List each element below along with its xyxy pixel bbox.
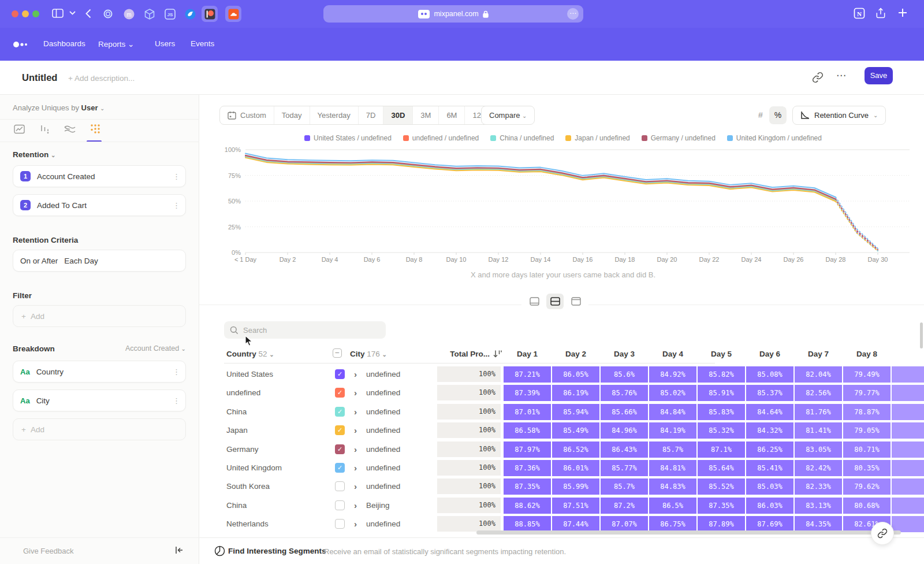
- nav-item-dashboards[interactable]: Dashboards: [43, 39, 85, 48]
- retention-value-cell[interactable]: 87.69%: [746, 516, 793, 532]
- share-icon[interactable]: [875, 7, 886, 20]
- horizontal-scrollbar[interactable]: [476, 530, 901, 535]
- retention-value-cell[interactable]: 82.42%: [795, 460, 842, 476]
- table-only-view-icon[interactable]: [567, 294, 584, 309]
- retention-value-cell[interactable]: 87.39%: [504, 385, 551, 401]
- criteria-on-or-after[interactable]: On or After: [20, 257, 58, 265]
- retention-value-cell[interactable]: 83.05%: [795, 441, 842, 458]
- retention-value-cell[interactable]: 87.2%: [601, 498, 648, 514]
- retention-value-cell[interactable]: 87.07%: [601, 516, 648, 532]
- soundcloud-icon[interactable]: [225, 6, 241, 22]
- maximize-window-button[interactable]: [32, 10, 39, 17]
- country-cell[interactable]: undefined: [226, 388, 260, 397]
- row-checkbox[interactable]: [335, 519, 345, 529]
- breakdown-event-selector[interactable]: Account Created ⌄: [0, 344, 186, 352]
- range-30d[interactable]: 30D: [383, 106, 413, 124]
- retention-value-cell[interactable]: 84.84%: [649, 404, 696, 420]
- expand-row-icon[interactable]: ›: [354, 388, 357, 398]
- close-window-button[interactable]: [12, 10, 18, 17]
- breakdown-options-icon[interactable]: ⋮: [173, 369, 178, 375]
- retention-value-cell[interactable]: 84.32%: [746, 422, 793, 439]
- retention-line-chart[interactable]: 100%75%50%25%0%< 1 DayDay 2Day 4Day 6Day…: [219, 144, 915, 266]
- city-cell[interactable]: undefined: [366, 520, 400, 528]
- expand-row-icon[interactable]: ›: [354, 369, 357, 379]
- city-column-header[interactable]: City 176 ⌄: [350, 350, 387, 358]
- compare-button[interactable]: Compare ⌄: [481, 106, 535, 125]
- row-checkbox[interactable]: ✓: [335, 444, 345, 454]
- mixpanel-logo-icon[interactable]: [13, 40, 29, 49]
- minimize-window-button[interactable]: [22, 10, 29, 17]
- retention-value-cell[interactable]: 82.04%: [795, 366, 842, 383]
- range-6m[interactable]: 6M: [439, 106, 465, 124]
- retention-value-cell[interactable]: 84.92%: [649, 366, 696, 383]
- js-icon[interactable]: JS: [162, 6, 178, 22]
- retention-value-cell[interactable]: 85.7%: [601, 478, 648, 495]
- step-event-name[interactable]: Added To Cart: [37, 201, 166, 210]
- add-description[interactable]: + Add description...: [68, 74, 135, 83]
- chart-only-view-icon[interactable]: [526, 294, 543, 309]
- retention-value-cell[interactable]: 87.51%: [552, 498, 599, 514]
- legend-item[interactable]: undefined / undefined: [403, 134, 479, 142]
- chevron-down-icon[interactable]: [69, 10, 76, 15]
- retention-value-cell[interactable]: 86.01%: [552, 460, 599, 476]
- nav-item-reports[interactable]: Reports ⌄: [98, 39, 134, 49]
- expand-row-icon[interactable]: ›: [354, 407, 357, 417]
- save-button[interactable]: Save: [865, 67, 893, 84]
- retention-value-cell[interactable]: 85.7%: [649, 441, 696, 458]
- retention-value-cell[interactable]: 79.05%: [843, 422, 891, 439]
- retention-value-cell[interactable]: 80.35%: [843, 460, 891, 476]
- city-cell[interactable]: undefined: [366, 445, 400, 454]
- analyze-value[interactable]: User: [81, 103, 98, 112]
- retention-value-cell[interactable]: 87.44%: [552, 516, 599, 532]
- day-column-header[interactable]: Day 8: [843, 350, 891, 358]
- retention-value-cell[interactable]: 82.33%: [795, 478, 842, 495]
- country-cell[interactable]: Netherlands: [226, 520, 269, 528]
- expand-row-icon[interactable]: ›: [354, 500, 357, 510]
- row-checkbox[interactable]: [335, 500, 345, 510]
- breakdown-city[interactable]: AaCity⋮: [13, 389, 186, 411]
- step-event-name[interactable]: Account Created: [37, 172, 166, 181]
- notion-icon[interactable]: N: [854, 8, 865, 20]
- city-cell[interactable]: undefined: [366, 370, 400, 379]
- back-icon[interactable]: [85, 9, 91, 18]
- row-checkbox[interactable]: ✓: [335, 407, 345, 417]
- day-column-header[interactable]: Day 6: [746, 350, 793, 358]
- legend-item[interactable]: China / undefined: [490, 134, 554, 142]
- retention-value-cell[interactable]: 87.97%: [504, 441, 551, 458]
- day-column-header[interactable]: Day 1: [504, 350, 551, 358]
- retention-value-cell[interactable]: 85.03%: [746, 478, 793, 495]
- tab-flows[interactable]: [64, 123, 76, 135]
- retention-value-cell[interactable]: 88.85%: [504, 516, 551, 532]
- legend-item[interactable]: United States / undefined: [304, 134, 392, 142]
- city-cell[interactable]: undefined: [366, 426, 400, 435]
- expand-row-icon[interactable]: ›: [354, 425, 357, 435]
- retention-value-cell[interactable]: 85.76%: [601, 385, 648, 401]
- breakdown-property-name[interactable]: City: [36, 396, 166, 405]
- ring-icon[interactable]: [100, 6, 116, 22]
- retention-value-cell[interactable]: 86.19%: [552, 385, 599, 401]
- tab-insights[interactable]: [13, 123, 25, 135]
- country-cell[interactable]: Germany: [226, 445, 259, 454]
- retention-value-cell[interactable]: 84.96%: [601, 422, 648, 439]
- retention-value-cell[interactable]: 83.13%: [795, 498, 842, 514]
- analyze-uniques-control[interactable]: Analyze Uniques by User ⌄: [13, 103, 105, 112]
- day-column-header[interactable]: Day 5: [698, 350, 745, 358]
- retention-value-cell[interactable]: 85.66%: [601, 404, 648, 420]
- split-view-icon[interactable]: [546, 294, 564, 309]
- range-3m[interactable]: 3M: [413, 106, 439, 124]
- country-cell[interactable]: United Kingdom: [226, 463, 282, 472]
- tab-retention[interactable]: [89, 123, 102, 135]
- retention-value-cell[interactable]: 85.77%: [601, 460, 648, 476]
- tab-funnels[interactable]: [38, 123, 51, 135]
- report-title[interactable]: Untitled: [22, 72, 57, 83]
- bird-icon[interactable]: [182, 6, 198, 22]
- retention-value-cell[interactable]: 84.83%: [649, 478, 696, 495]
- retention-value-cell[interactable]: 80.71%: [843, 441, 891, 458]
- legend-item[interactable]: United Kingdom / undefined: [727, 134, 822, 142]
- step-options-icon[interactable]: ⋮: [173, 202, 178, 209]
- retention-value-cell[interactable]: 85.37%: [746, 385, 793, 401]
- percent-numbers-toggle[interactable]: %: [769, 106, 787, 124]
- retention-value-cell[interactable]: 85.91%: [698, 385, 745, 401]
- legend-item[interactable]: Germany / undefined: [642, 134, 716, 142]
- legend-item[interactable]: Japan / undefined: [565, 134, 629, 142]
